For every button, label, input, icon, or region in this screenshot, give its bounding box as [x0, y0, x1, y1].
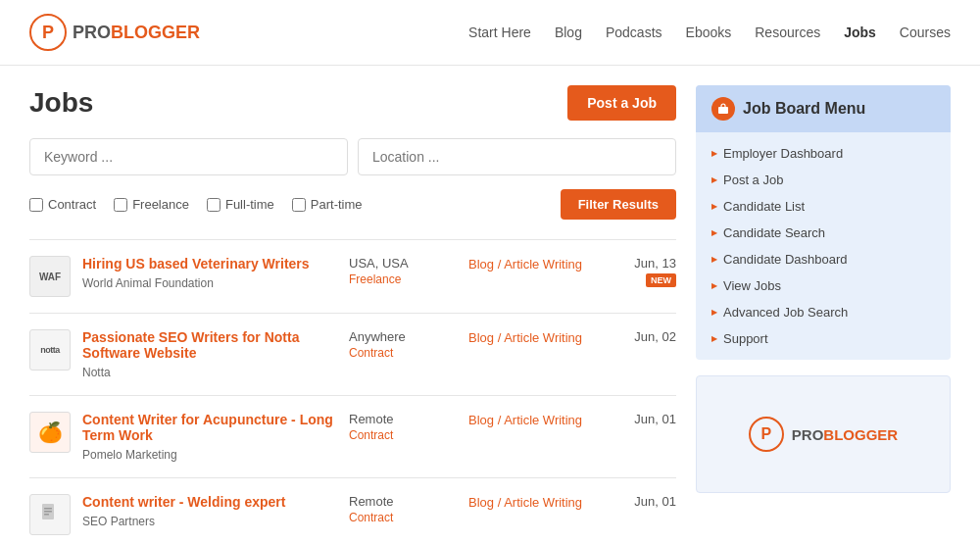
job-info: Content writer - Welding expert SEO Part… [82, 494, 337, 528]
job-type: Contract [349, 346, 457, 360]
job-item: WAF Hiring US based Veterinary Writers W… [29, 240, 676, 314]
logo-text: PROBLOGGER [73, 23, 200, 43]
job-date: Jun, 02 [608, 329, 676, 344]
job-title-link[interactable]: Content writer - Welding expert [82, 494, 337, 510]
nav-ebooks[interactable]: Ebooks [686, 25, 732, 40]
view-jobs-link[interactable]: ▶ View Jobs [711, 278, 935, 293]
arrow-icon: ▶ [711, 334, 717, 343]
search-bar [29, 138, 676, 175]
candidate-search-link[interactable]: ▶ Candidate Search [711, 225, 935, 240]
page-title: Jobs [29, 87, 93, 119]
job-item: Content writer - Welding expert SEO Part… [29, 478, 676, 544]
job-city: Remote [349, 412, 457, 426]
parttime-checkbox[interactable] [292, 198, 306, 212]
freelance-checkbox[interactable] [114, 198, 127, 212]
list-item: ▶ Candidate List [696, 193, 951, 220]
promo-logo-circle: P [749, 417, 784, 452]
svg-rect-2 [44, 511, 52, 513]
job-category-link[interactable]: Blog / Article Writing [468, 413, 582, 427]
job-category-link[interactable]: Blog / Article Writing [468, 257, 582, 272]
menu-title-row: Job Board Menu [696, 85, 951, 132]
job-company: Notta [82, 366, 111, 379]
job-type: Contract [349, 511, 457, 524]
job-logo: WAF [29, 256, 71, 297]
job-title-link[interactable]: Content Writer for Acupuncture - Long Te… [82, 412, 337, 443]
job-date: Jun, 01 [608, 494, 676, 509]
filter-results-button[interactable]: Filter Results [561, 189, 676, 220]
filter-fulltime[interactable]: Full-time [207, 197, 274, 212]
arrow-icon: ▶ [711, 255, 717, 264]
nav-start-here[interactable]: Start Here [468, 25, 531, 40]
sidebar-promo: P PROBLOGGER [696, 375, 951, 493]
left-panel: Jobs Post a Job Contract Freelance Full-… [29, 85, 676, 544]
job-title-link[interactable]: Passionate SEO Writers for Notta Softwar… [82, 329, 337, 361]
job-city: Remote [349, 494, 457, 509]
job-company: World Animal Foundation [82, 276, 214, 290]
job-title-link[interactable]: Hiring US based Veterinary Writers [82, 256, 337, 272]
job-item: notta Passionate SEO Writers for Notta S… [29, 314, 676, 396]
job-logo: 🍊 [29, 412, 71, 453]
job-date-text: Jun, 13 [608, 256, 676, 271]
location-input[interactable] [358, 138, 676, 175]
job-category-link[interactable]: Blog / Article Writing [468, 330, 582, 345]
job-info: Hiring US based Veterinary Writers World… [82, 256, 337, 290]
arrow-icon: ▶ [711, 175, 717, 184]
filter-parttime[interactable]: Part-time [292, 197, 363, 212]
fulltime-checkbox[interactable] [207, 198, 220, 212]
promo-blogger: BLOGGER [823, 426, 898, 443]
filter-freelance[interactable]: Freelance [114, 197, 189, 212]
menu-list: ▶ Employer Dashboard ▶ Post a Job ▶ Cand… [696, 132, 951, 360]
filter-contract[interactable]: Contract [29, 197, 96, 212]
arrow-icon: ▶ [711, 308, 717, 317]
filter-row: Contract Freelance Full-time Part-time F… [29, 189, 676, 220]
list-item: ▶ Support [696, 325, 951, 352]
arrow-icon: ▶ [711, 281, 717, 290]
support-link[interactable]: ▶ Support [711, 331, 935, 346]
job-item: 🍊 Content Writer for Acupuncture - Long … [29, 396, 676, 478]
keyword-input[interactable] [29, 138, 348, 175]
promo-pro: PRO [792, 426, 824, 443]
job-location: USA, USA Freelance [349, 256, 457, 286]
contract-checkbox[interactable] [29, 198, 43, 212]
nav-jobs[interactable]: Jobs [844, 25, 876, 40]
logo-pro: PRO [73, 23, 111, 42]
job-company: SEO Partners [82, 515, 155, 528]
candidate-list-link[interactable]: ▶ Candidate List [711, 199, 935, 214]
job-date: Jun, 01 [608, 412, 676, 426]
logo-circle: P [29, 14, 67, 51]
promo-p-letter: P [760, 425, 771, 443]
nav-courses[interactable]: Courses [900, 25, 951, 40]
site-header: P PROBLOGGER Start Here Blog Podcasts Eb… [0, 0, 980, 66]
menu-icon-circle [711, 97, 735, 121]
arrow-icon: ▶ [711, 228, 717, 237]
svg-rect-4 [718, 107, 728, 114]
job-company: Pomelo Marketing [82, 448, 177, 462]
job-list: WAF Hiring US based Veterinary Writers W… [29, 239, 676, 544]
employer-dashboard-link[interactable]: ▶ Employer Dashboard [711, 146, 935, 161]
job-location: Remote Contract [349, 494, 457, 524]
post-job-button[interactable]: Post a Job [567, 85, 676, 121]
logo-blogger: BLOGGER [111, 23, 200, 42]
list-item: ▶ Candidate Dashboard [696, 246, 951, 272]
logo[interactable]: P PROBLOGGER [29, 14, 200, 51]
post-job-link[interactable]: ▶ Post a Job [711, 173, 935, 187]
job-category-link[interactable]: Blog / Article Writing [468, 495, 582, 510]
nav-podcasts[interactable]: Podcasts [606, 25, 662, 40]
list-item: ▶ Employer Dashboard [696, 140, 951, 167]
job-info: Passionate SEO Writers for Notta Softwar… [82, 329, 337, 379]
job-date: Jun, 13 NEW [608, 256, 676, 287]
nav-resources[interactable]: Resources [755, 25, 820, 40]
job-logo: notta [29, 329, 71, 371]
candidate-dashboard-link[interactable]: ▶ Candidate Dashboard [711, 252, 935, 267]
job-location: Anywhere Contract [349, 329, 457, 360]
job-date-text: Jun, 02 [608, 329, 676, 344]
list-item: ▶ Advanced Job Search [696, 299, 951, 325]
job-type: Contract [349, 428, 457, 442]
advanced-job-search-link[interactable]: ▶ Advanced Job Search [711, 305, 935, 320]
new-badge: NEW [646, 273, 676, 287]
nav-blog[interactable]: Blog [555, 25, 582, 40]
list-item: ▶ Candidate Search [696, 220, 951, 246]
job-type: Freelance [349, 272, 457, 286]
job-date-text: Jun, 01 [608, 494, 676, 509]
list-item: ▶ View Jobs [696, 272, 951, 299]
